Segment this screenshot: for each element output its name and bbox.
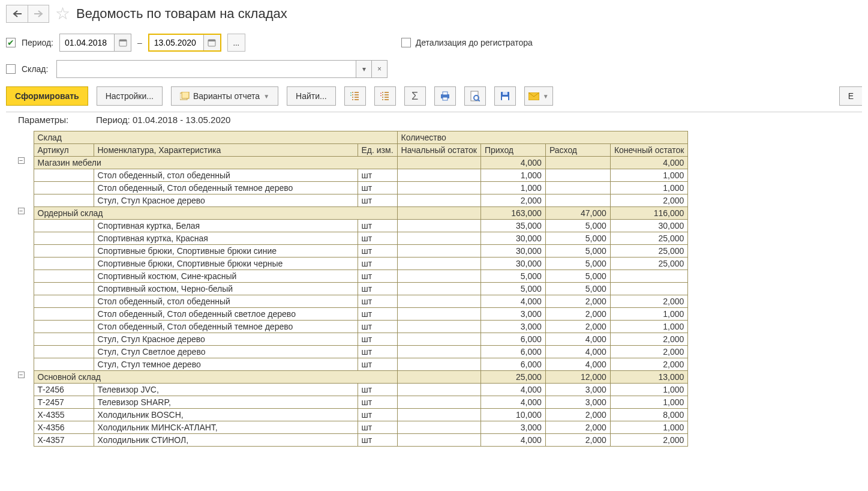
table-row[interactable]: Спортивные брюки, Спортивные брюки черны… xyxy=(17,258,688,270)
report-table: Склад Количество Артикул Номенклатура, Х… xyxy=(17,131,688,447)
svg-rect-13 xyxy=(502,97,508,100)
table-row[interactable]: Стул, Стул Красное деревошт2,0002,000 xyxy=(17,194,688,207)
table-row[interactable]: Стол обеденный, стол обеденныйшт4,0002,0… xyxy=(17,295,688,308)
favorite-star-icon[interactable]: ☆ xyxy=(55,5,70,22)
date-from-input[interactable] xyxy=(60,34,114,51)
printer-icon xyxy=(440,91,450,101)
run-report-button[interactable]: Сформировать xyxy=(6,86,88,106)
calendar-icon[interactable] xyxy=(114,34,131,51)
page-title: Ведомость по товарам на складах xyxy=(76,6,287,22)
date-from-field[interactable] xyxy=(59,34,131,52)
group-row[interactable]: −Основной склад25,00012,00013,000 xyxy=(17,371,688,384)
group-row[interactable]: −Магазин мебели4,0004,000 xyxy=(17,157,688,169)
col-warehouse: Склад xyxy=(34,131,397,144)
table-row[interactable]: Х-4357Холодильник СТИНОЛ,шт4,0002,0002,0… xyxy=(17,434,688,447)
col-start: Начальный остаток xyxy=(397,144,480,157)
collapse-toggle[interactable]: − xyxy=(18,208,25,214)
settings-button[interactable]: Настройки... xyxy=(97,86,163,106)
date-to-input[interactable] xyxy=(149,35,203,50)
period-label: Период: xyxy=(22,38,53,47)
table-row[interactable]: Стул, Стул Красное деревошт6,0004,0002,0… xyxy=(17,333,688,346)
col-income: Приход xyxy=(480,144,545,157)
preview-button[interactable] xyxy=(464,86,486,106)
svg-rect-5 xyxy=(182,92,189,98)
mail-icon xyxy=(528,92,539,100)
table-row[interactable]: Спортивная куртка, Белаяшт35,0005,00030,… xyxy=(17,220,688,232)
diskette-icon xyxy=(500,91,510,101)
table-row[interactable]: Стол обеденный, Стол обеденный темное де… xyxy=(17,321,688,333)
params-label: Параметры: xyxy=(18,115,84,125)
table-row[interactable]: Х-4356Холодильник МИНСК-АТЛАНТ,шт3,0002,… xyxy=(17,421,688,434)
table-row[interactable]: Стул, Стул Светлое деревошт6,0004,0002,0… xyxy=(17,346,688,358)
warehouse-checkbox[interactable]: ✔ xyxy=(6,64,16,74)
send-button[interactable]: ▼ xyxy=(524,86,553,106)
col-quantity: Количество xyxy=(397,131,688,144)
table-row[interactable]: Стул, Стул темное деревошт6,0004,0002,00… xyxy=(17,358,688,371)
page-magnifier-icon xyxy=(470,91,480,101)
period-checkbox[interactable]: ✔ xyxy=(6,38,16,47)
warehouse-label: Склад: xyxy=(22,64,50,74)
params-value: Период: 01.04.2018 - 13.05.2020 xyxy=(96,115,230,125)
col-end: Конечный остаток xyxy=(610,144,687,157)
warehouse-dropdown-button[interactable]: ▾ xyxy=(356,60,372,78)
table-row[interactable]: Т-2457Телевизор SHARP,шт4,0003,0001,000 xyxy=(17,396,688,409)
col-nomenclature: Номенклатура, Характеристика xyxy=(94,144,358,157)
period-picker-button[interactable]: ... xyxy=(227,34,245,52)
detail-label: Детализация до регистратора xyxy=(416,38,533,47)
table-row[interactable]: Стол обеденный, Стол обеденный темное де… xyxy=(17,182,688,194)
table-row[interactable]: Спортивные брюки, Спортивные брюки синие… xyxy=(17,245,688,258)
table-row[interactable]: Спортивный костюм, Сине-красныйшт5,0005,… xyxy=(17,270,688,283)
collapse-toggle[interactable]: − xyxy=(18,372,25,378)
save-button[interactable] xyxy=(494,86,516,106)
svg-rect-7 xyxy=(443,92,447,95)
svg-rect-3 xyxy=(208,40,215,41)
sum-button[interactable]: Σ xyxy=(404,86,426,106)
detail-checkbox[interactable]: ✔ xyxy=(401,38,411,47)
table-row[interactable]: Стол обеденный, стол обеденныйшт1,0001,0… xyxy=(17,169,688,182)
find-button[interactable]: Найти... xyxy=(287,86,336,106)
chevron-down-icon: ▼ xyxy=(543,93,549,100)
nav-forward-button[interactable] xyxy=(28,5,49,23)
date-separator: – xyxy=(137,38,142,47)
more-button[interactable]: Е xyxy=(839,86,862,106)
table-row[interactable]: Т-2456Телевизор JVC,шт4,0003,0001,000 xyxy=(17,384,688,396)
date-to-field[interactable] xyxy=(148,34,221,52)
collapse-toggle[interactable]: − xyxy=(18,157,25,164)
table-row[interactable]: Спортивная куртка, Краснаяшт30,0005,0002… xyxy=(17,232,688,245)
table-row[interactable]: Х-4355Холодильник BOSCH,шт10,0002,0008,0… xyxy=(17,409,688,421)
svg-rect-1 xyxy=(119,40,127,41)
table-row[interactable]: Спортивный костюм, Черно-белыйшт5,0005,0… xyxy=(17,283,688,295)
svg-rect-12 xyxy=(503,92,507,95)
chevron-down-icon: ▼ xyxy=(263,93,269,100)
col-outcome: Расход xyxy=(545,144,610,157)
group-row[interactable]: −Ордерный склад163,00047,000116,000 xyxy=(17,207,688,220)
warehouse-clear-button[interactable]: × xyxy=(372,60,388,78)
warehouse-input[interactable] xyxy=(56,60,356,78)
print-button[interactable] xyxy=(434,86,456,106)
collapse-all-button[interactable] xyxy=(374,86,396,106)
nav-back-button[interactable] xyxy=(6,5,28,23)
report-variants-button[interactable]: Варианты отчета ▼ xyxy=(171,86,278,106)
calendar-icon[interactable] xyxy=(203,35,220,50)
svg-rect-8 xyxy=(443,97,447,100)
col-article: Артикул xyxy=(34,144,94,157)
report-icon xyxy=(180,92,190,100)
table-row[interactable]: Стол обеденный, Стол обеденный светлое д… xyxy=(17,308,688,321)
col-unit: Ед. изм. xyxy=(358,144,397,157)
expand-all-button[interactable] xyxy=(344,86,366,106)
